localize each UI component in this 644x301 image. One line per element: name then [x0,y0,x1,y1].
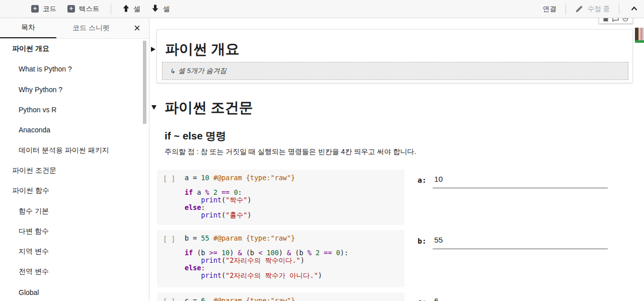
add-text-button[interactable]: + 텍스트 [67,5,100,14]
toc-item[interactable]: Why Python ? [0,80,141,100]
move-cell-up-button[interactable]: 셀 [122,5,141,14]
plus-icon: + [67,5,75,13]
section-expanded-arrow-icon[interactable] [151,105,156,110]
move-cell-down-button[interactable]: 셀 [151,5,170,14]
form-field-label: b: [418,237,429,245]
run-cell-prompt[interactable]: [ ] [163,175,175,183]
add-code-label: 코드 [43,5,56,14]
connect-label: 연결 [543,5,556,14]
user-avatar[interactable] [635,28,644,43]
code-editor[interactable]: a = 10 #@param {type:"raw"} if a % 2 == … [185,174,295,218]
edit-status[interactable]: 수정 중 [575,5,610,14]
plus-icon: + [31,5,39,13]
toolbar-divider [566,4,566,15]
toolbar-divider [111,4,111,15]
tab-table-of-contents[interactable]: 목차 [0,18,56,38]
close-sidebar-button[interactable]: × [126,18,148,38]
tab-toc-label: 목차 [21,23,35,32]
pencil-icon [575,5,583,13]
toc-item[interactable]: 다변 함수 [0,221,141,242]
collapse-header-button[interactable] [628,5,640,13]
table-of-contents: 파이썬 개요What is Python ?Why Python ?Python… [0,39,141,301]
section-title: 파이썬 개요 [165,40,632,59]
subsection-title: if ~ else 명령 [165,129,226,143]
toc-item[interactable]: 파이썬 개요 [0,39,141,59]
connect-button[interactable]: 연결 [543,5,556,14]
notebook-area: 파이썬 개요 ↳ 셀 5개가 숨겨짐 파이썬 조건문 if ~ else 명령 … [149,18,644,301]
toolbar-divider [619,4,619,15]
toc-item[interactable]: 데이터 분석용 파이썬 패키지 [0,140,141,160]
run-cell-prompt[interactable]: [ ] [163,297,175,301]
code-cell-c[interactable]: [ ] c = 6 #@param {type:"raw"} [157,292,405,301]
toc-item[interactable]: 파이썬 조건문 [0,161,141,181]
toc-item[interactable]: 지역 변수 [0,242,141,262]
add-text-label: 텍스트 [79,5,100,14]
code-editor[interactable]: c = 6 #@param {type:"raw"} [185,297,295,301]
toolbar-left-group: + 코드 + 텍스트 셀 셀 [0,4,170,15]
down-right-arrow-icon: ↳ [170,67,175,75]
form-field-input[interactable]: 6 [433,296,608,301]
code-editor[interactable]: b = 55 #@param {type:"raw"} if (b >= 10)… [185,235,348,279]
hidden-cells-label: 셀 5개가 숨겨짐 [178,66,226,76]
param-form-a: a: 10 [418,175,608,188]
tab-snippets-label: 코드 스니펫 [72,24,110,33]
toolbar-right-group: 연결 수정 중 [543,4,644,15]
tab-code-snippets[interactable]: 코드 스니펫 [56,18,126,38]
sidebar-scrollbar[interactable] [143,41,146,124]
form-field-input[interactable]: 55 [433,236,608,249]
sidebar: 목차 코드 스니펫 × 파이썬 개요What is Python ?Why Py… [0,18,148,301]
markdown-cell-overview[interactable]: 파이썬 개요 ↳ 셀 5개가 숨겨짐 [156,29,633,83]
form-field-input[interactable]: 10 [433,175,608,188]
toc-item[interactable]: 파이썬 함수 [0,181,141,201]
chevron-up-icon [630,6,638,12]
toc-item[interactable]: 전역 변수 [0,262,141,282]
param-form-b: b: 55 [418,236,608,249]
toc-item[interactable]: Anaconda [0,120,141,140]
sidebar-tabs: 목차 코드 스니펫 × [0,18,148,39]
code-cell-a[interactable]: [ ] a = 10 #@param {type:"raw"} if a % 2… [157,170,405,225]
top-toolbar: + 코드 + 텍스트 셀 셀 연결 수정 중 [0,0,644,18]
arrow-down-icon [151,5,159,12]
run-cell-prompt[interactable]: [ ] [163,235,175,243]
code-cell-b[interactable]: [ ] b = 55 #@param {type:"raw"} if (b >=… [157,230,405,287]
arrow-up-icon [122,5,130,12]
toc-item[interactable]: 함수 기본 [0,201,141,221]
param-form-c: c: 6 [418,296,608,301]
hidden-cells-notice[interactable]: ↳ 셀 5개가 숨겨짐 [162,62,628,80]
edit-status-label: 수정 중 [588,5,610,14]
form-field-label: a: [418,176,429,184]
toc-item[interactable]: Python vs R [0,100,141,120]
section-title: 파이썬 조건문 [165,98,253,117]
toc-item[interactable]: What is Python ? [0,59,141,79]
cell-down-label: 셀 [163,5,170,14]
close-icon: × [134,23,140,34]
cell-up-label: 셀 [134,5,141,14]
section-collapsed-arrow-icon[interactable] [151,47,155,52]
add-code-button[interactable]: + 코드 [31,5,56,14]
toc-item[interactable]: Global [0,282,141,301]
markdown-paragraph: 주의할 점 : 참 또는 거짓일 때 실행되는 명령들은 빈칸을 4칸 띄우고 … [165,147,416,157]
form-field-label: c: [418,298,429,301]
